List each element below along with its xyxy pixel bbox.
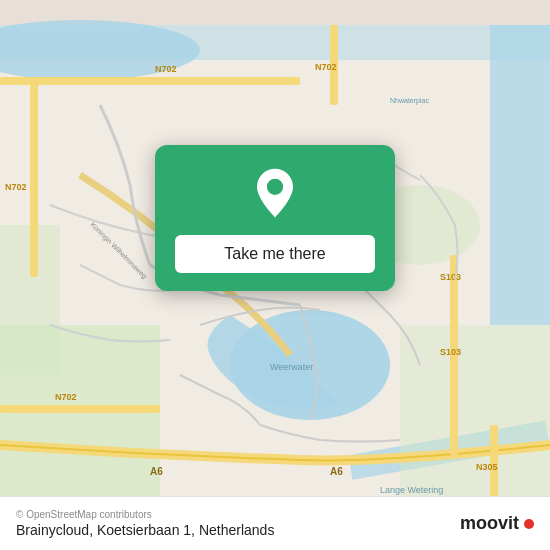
svg-rect-4	[490, 25, 550, 325]
map-attribution: © OpenStreetMap contributors	[16, 509, 274, 520]
location-pin-icon	[248, 167, 302, 221]
svg-text:Lange Wetering: Lange Wetering	[380, 485, 443, 495]
svg-text:A6: A6	[330, 466, 343, 477]
svg-rect-16	[0, 405, 160, 413]
svg-point-29	[267, 179, 283, 195]
svg-text:N702: N702	[5, 182, 27, 192]
svg-rect-12	[30, 77, 38, 277]
overlay-card: Take me there	[155, 145, 395, 291]
svg-text:Weerwater: Weerwater	[270, 362, 313, 372]
svg-text:N702: N702	[315, 62, 337, 72]
svg-text:Nhwaterplac: Nhwaterplac	[390, 97, 429, 105]
svg-text:N702: N702	[55, 392, 77, 402]
svg-text:S103: S103	[440, 272, 461, 282]
svg-rect-9	[400, 325, 550, 525]
map-container: N702 N702 N702 N702 A6 A6 S103 S103 Koni…	[0, 0, 550, 550]
svg-text:N305: N305	[476, 462, 498, 472]
bottom-bar: © OpenStreetMap contributors Brainycloud…	[0, 496, 550, 550]
svg-text:A6: A6	[150, 466, 163, 477]
svg-text:S103: S103	[440, 347, 461, 357]
svg-text:N702: N702	[155, 64, 177, 74]
moovit-logo: moovit	[460, 513, 534, 534]
location-label: Brainycloud, Koetsierbaan 1, Netherlands	[16, 522, 274, 538]
svg-rect-10	[0, 77, 300, 85]
bottom-bar-left: © OpenStreetMap contributors Brainycloud…	[16, 509, 274, 538]
take-me-there-button[interactable]: Take me there	[175, 235, 375, 273]
moovit-dot	[524, 519, 534, 529]
moovit-logo-text: moovit	[460, 513, 519, 534]
